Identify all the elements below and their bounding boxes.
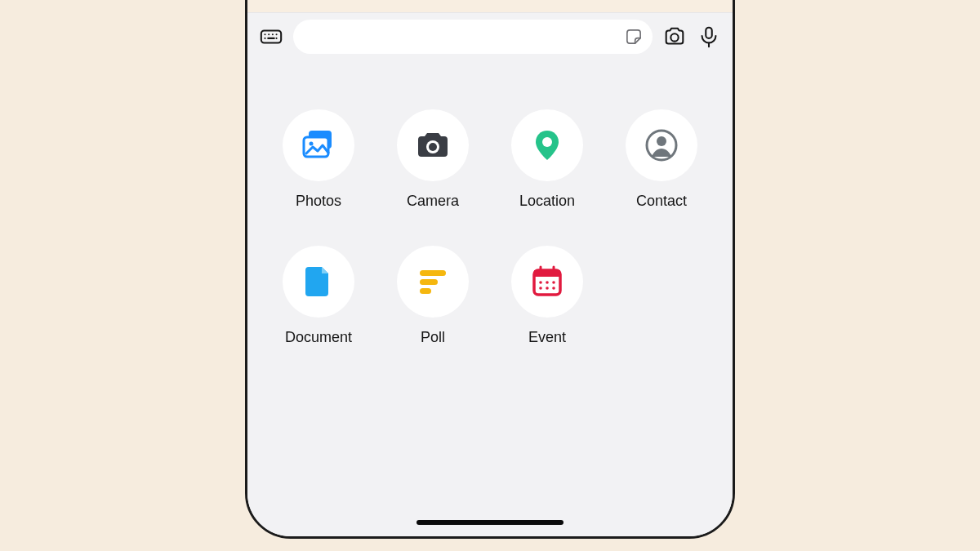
svg-point-16 [429,143,437,151]
svg-rect-22 [420,288,431,294]
svg-point-32 [546,287,549,290]
attachment-label: Photos [296,193,341,210]
camera-icon[interactable] [662,24,687,49]
svg-point-17 [542,137,552,147]
svg-rect-25 [534,270,560,277]
poll-icon [413,262,452,301]
attachment-label: Contact [636,193,687,210]
attachment-grid: Photos Camera [270,109,710,346]
document-icon [299,262,338,301]
attachment-poll[interactable]: Poll [385,246,481,346]
attachment-label: Location [519,193,575,210]
attachment-photos[interactable]: Photos [270,109,367,210]
attachment-label: Camera [407,193,459,210]
svg-point-33 [552,287,555,290]
keyboard-icon[interactable] [259,24,283,49]
svg-rect-0 [261,31,281,43]
svg-point-31 [539,287,542,290]
attachment-label: Poll [421,329,445,346]
sticker-icon[interactable] [623,26,644,47]
phone-frame: Photos Camera [245,0,735,539]
svg-point-29 [546,281,549,284]
svg-rect-9 [706,28,712,38]
microphone-icon[interactable] [697,24,721,49]
home-indicator[interactable] [416,520,564,525]
attachment-event[interactable]: Event [499,246,595,346]
message-input-bar [247,12,733,65]
attachment-document[interactable]: Document [270,246,367,346]
svg-rect-21 [420,279,438,285]
svg-point-30 [552,281,555,284]
attachment-camera[interactable]: Camera [385,109,481,210]
svg-point-8 [670,33,678,41]
svg-point-19 [657,136,666,146]
attachment-label: Document [285,329,352,346]
attachment-sheet: Photos Camera [247,65,733,536]
message-input[interactable] [293,20,653,54]
contact-icon [642,126,681,165]
svg-point-28 [539,281,542,284]
event-icon [528,262,567,301]
attachment-location[interactable]: Location [499,109,595,210]
attachment-label: Event [528,329,566,346]
location-icon [528,126,567,165]
svg-point-14 [310,142,314,146]
attachment-contact[interactable]: Contact [613,109,710,210]
camera-attachment-icon [413,126,452,165]
chat-background [247,0,733,12]
photos-icon [299,126,338,165]
svg-rect-20 [420,270,446,276]
